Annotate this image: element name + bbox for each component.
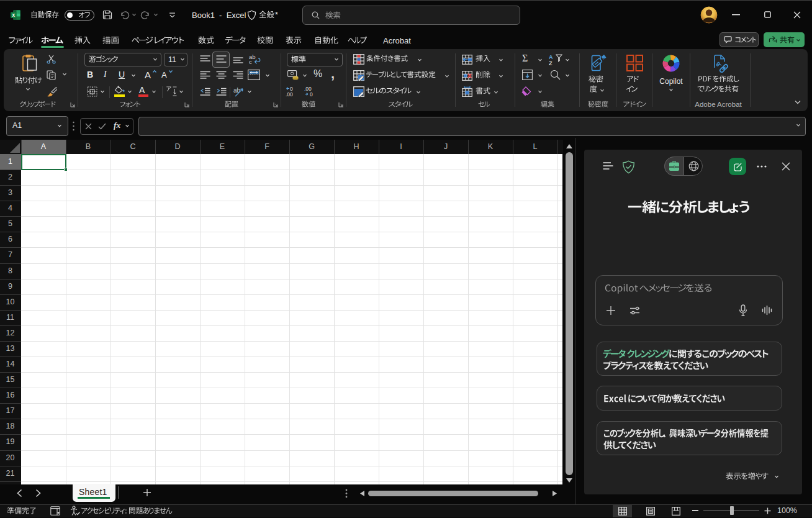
svg-text:x: x xyxy=(12,12,15,18)
svg-text:0: 0 xyxy=(310,91,313,98)
svg-text:Z: Z xyxy=(549,60,553,66)
svg-text:ab: ab xyxy=(233,87,241,94)
svg-text:.00: .00 xyxy=(286,91,293,98)
svg-text:A: A xyxy=(549,54,553,60)
svg-text:c: c xyxy=(249,58,252,65)
